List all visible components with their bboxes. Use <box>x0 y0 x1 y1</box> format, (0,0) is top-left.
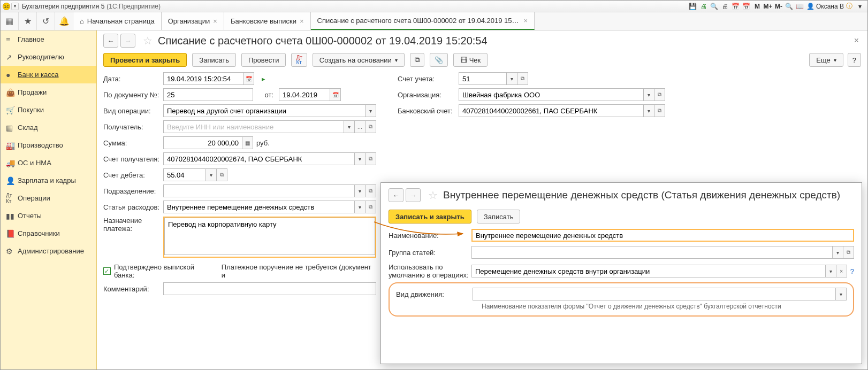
open-button[interactable]: ⧉ <box>366 184 376 197</box>
sidebar-item-production[interactable]: 🏭Производство <box>1 136 96 154</box>
sidebar-item-catalogs[interactable]: 📕Справочники <box>1 225 96 242</box>
info-dropdown[interactable]: ▾ <box>855 2 865 11</box>
acct-input[interactable] <box>459 72 507 85</box>
dropdown-button[interactable]: ▾ <box>826 265 836 278</box>
calendar2-icon[interactable]: 📅 <box>742 2 751 11</box>
dropdown-button[interactable]: ▾ <box>833 246 843 259</box>
sidebar-item-main[interactable]: ≡Главное <box>1 30 96 48</box>
sidebar-item-reports[interactable]: ▮▮Отчеты <box>1 207 96 225</box>
close-icon[interactable]: × <box>213 17 217 25</box>
print2-icon[interactable]: 🖨 <box>720 2 730 11</box>
dropdown-button[interactable]: ▾ <box>644 88 654 101</box>
sidebar-item-salary[interactable]: 👤Зарплата и кадры <box>1 172 96 189</box>
sidebar-item-assets[interactable]: 🚚ОС и НМА <box>1 154 96 172</box>
dropdown-button[interactable]: ▾ <box>644 104 654 117</box>
open-button[interactable]: ⧉ <box>366 152 376 165</box>
notifications-icon[interactable]: 🔔 <box>55 12 73 30</box>
post-button[interactable]: Провести <box>241 53 286 67</box>
user-icon[interactable]: 👤 <box>806 2 816 11</box>
sidebar-item-operations[interactable]: ДтКтОперации <box>1 189 96 207</box>
favorites-icon[interactable]: ★ <box>19 12 37 30</box>
save-icon[interactable]: 💾 <box>688 2 698 11</box>
open-button[interactable]: ⧉ <box>517 72 528 85</box>
preview-icon[interactable]: 🔍 <box>710 2 719 11</box>
calendar-button[interactable]: 📅 <box>243 72 254 85</box>
save-button[interactable]: Записать <box>477 210 521 223</box>
org-input[interactable] <box>459 88 644 101</box>
open-button[interactable]: ⧉ <box>366 201 376 213</box>
dropdown-button[interactable]: ▾ <box>355 201 366 213</box>
tab-organizations[interactable]: Организации × <box>162 12 224 30</box>
apps-grid-icon[interactable]: ▦ <box>1 12 19 30</box>
bank-confirmed-checkbox[interactable]: ✓ <box>103 267 111 275</box>
recacct-input[interactable] <box>163 152 355 165</box>
info-icon[interactable]: ⓘ <box>844 2 854 11</box>
memory-mplus[interactable]: M+ <box>763 2 773 11</box>
group-input[interactable] <box>471 246 833 259</box>
nav-forward-button[interactable]: → <box>120 34 135 48</box>
calc-button[interactable]: ▦ <box>242 136 253 149</box>
print-icon[interactable]: 🖨 <box>699 2 709 11</box>
sidebar-item-warehouse[interactable]: ▦Склад <box>1 119 96 136</box>
calendar-icon[interactable]: 📅 <box>731 2 741 11</box>
defaultop-input[interactable] <box>471 265 826 278</box>
save-and-close-button[interactable]: Записать и закрыть <box>389 210 471 223</box>
docdate-input[interactable] <box>279 88 330 101</box>
expense-input[interactable] <box>163 201 355 213</box>
check-button[interactable]: 🎞Чек <box>453 53 488 67</box>
memory-mminus[interactable]: M- <box>774 2 783 11</box>
open-button[interactable]: ⧉ <box>366 120 376 133</box>
post-and-close-button[interactable]: Провести и закрыть <box>103 53 187 67</box>
help-button[interactable]: ? <box>848 53 861 67</box>
zoom-icon[interactable]: 🔍 <box>785 2 794 11</box>
movement-input[interactable] <box>473 288 836 300</box>
nav-back-button[interactable]: ← <box>103 34 118 48</box>
calendar-button[interactable]: 📅 <box>330 88 341 101</box>
history-icon[interactable]: ↺ <box>37 12 55 30</box>
debitacct-input[interactable] <box>163 168 206 181</box>
bankacct-input[interactable] <box>459 104 644 117</box>
sidebar-item-sales[interactable]: 👜Продажи <box>1 83 96 101</box>
date-input[interactable] <box>163 72 243 85</box>
help-link-icon[interactable]: ? <box>850 267 854 275</box>
clear-button[interactable]: × <box>836 265 847 278</box>
docnum-input[interactable] <box>163 88 253 101</box>
dropdown-button[interactable]: ▾ <box>366 104 376 117</box>
dropdown-button[interactable]: ▾ <box>355 184 366 197</box>
more-button[interactable]: … <box>355 120 366 133</box>
optype-input[interactable] <box>163 104 366 117</box>
dropdown-button[interactable]: ▾ <box>836 288 847 300</box>
book-icon[interactable]: 📖 <box>795 2 805 11</box>
favorite-star-icon[interactable]: ☆ <box>143 34 153 47</box>
attach-button[interactable]: 📎 <box>430 53 448 67</box>
close-doc-button[interactable]: × <box>852 34 861 48</box>
tab-bank-statements[interactable]: Банковские выписки × <box>224 12 311 30</box>
dept-input[interactable] <box>163 184 355 197</box>
purpose-textarea[interactable] <box>164 218 375 255</box>
sidebar-item-purchases[interactable]: 🛒Покупки <box>1 101 96 119</box>
open-button[interactable]: ⧉ <box>843 246 854 259</box>
create-based-button[interactable]: Создать на основании▾ <box>313 53 405 67</box>
open-button[interactable]: ⧉ <box>217 168 227 181</box>
name-input[interactable] <box>471 229 854 242</box>
close-icon[interactable]: × <box>524 17 528 25</box>
save-button[interactable]: Записать <box>192 53 236 67</box>
nav-forward-button[interactable]: → <box>406 188 421 202</box>
dropdown-button[interactable]: ▾ <box>355 152 366 165</box>
dropdown-button[interactable]: ▾ <box>344 120 355 133</box>
app-menu-dropdown[interactable]: ▾ <box>11 3 19 10</box>
comment-input[interactable] <box>163 282 376 295</box>
sidebar-item-bank[interactable]: ●Банк и касса <box>1 66 96 83</box>
sidebar-item-admin[interactable]: ⚙Администрирование <box>1 242 96 260</box>
close-icon[interactable]: × <box>300 17 304 25</box>
amount-input[interactable] <box>163 136 242 149</box>
more-button[interactable]: Еще▾ <box>809 53 843 67</box>
recipient-input[interactable] <box>163 120 344 133</box>
open-button[interactable]: ⧉ <box>654 88 665 101</box>
nav-back-button[interactable]: ← <box>389 188 403 202</box>
tab-writeoff-doc[interactable]: Списание с расчетного счета 0Ш00-000002 … <box>311 12 535 30</box>
open-button[interactable]: ⧉ <box>654 104 665 117</box>
memory-m[interactable]: M <box>752 2 762 11</box>
dropdown-button[interactable]: ▾ <box>206 168 217 181</box>
sidebar-item-manager[interactable]: ↗Руководителю <box>1 48 96 66</box>
